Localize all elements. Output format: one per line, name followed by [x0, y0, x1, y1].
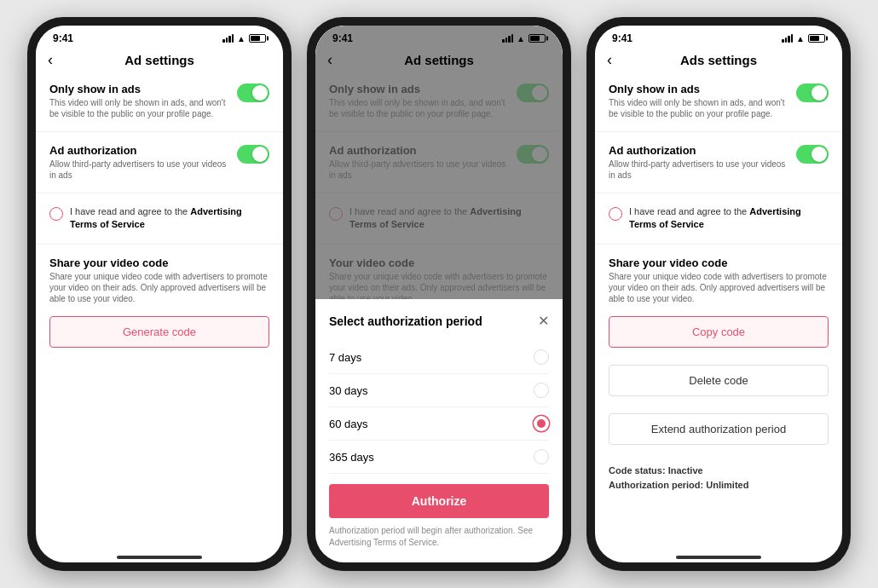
wifi-icon-1: ▲: [237, 34, 245, 43]
ad-auth-label-1: Ad authorization: [49, 144, 228, 157]
terms-checkbox-1[interactable]: [49, 207, 63, 221]
phone-1: 9:41 ▲ ‹ Ad settings: [27, 17, 292, 571]
status-icons-1: ▲: [222, 34, 266, 43]
share-code-title-3: Share your video code: [609, 257, 829, 269]
setting-only-show-1: Only show in ads This video will only be…: [49, 83, 269, 119]
radio-label-30days: 30 days: [329, 384, 368, 397]
setting-ad-auth-3: Ad authorization Allow third-party adver…: [609, 144, 829, 181]
setting-ad-auth-1: Ad authorization Allow third-party adver…: [49, 144, 269, 181]
radio-btn-7days[interactable]: [534, 349, 549, 365]
radio-btn-30days[interactable]: [534, 383, 549, 398]
signal-icon-3: [782, 34, 793, 43]
phone-1-screen: 9:41 ▲ ‹ Ad settings: [36, 26, 283, 562]
terms-checkbox-3[interactable]: [609, 207, 622, 221]
divider-3c: [595, 244, 842, 245]
extend-auth-button-3[interactable]: Extend authorization period: [609, 413, 829, 445]
terms-row-3: I have read and agree to the Advertising…: [609, 205, 829, 232]
only-show-toggle-3[interactable]: [796, 84, 829, 102]
phone-3: 9:41 ▲ ‹ Ads settings: [586, 17, 851, 571]
divider-1b: [36, 193, 283, 193]
wifi-icon-3: ▲: [796, 34, 805, 43]
battery-icon-3: [808, 34, 825, 43]
nav-title-3: Ads settings: [680, 53, 757, 67]
divider-1c: [36, 244, 283, 245]
radio-option-7days[interactable]: 7 days: [329, 341, 549, 374]
modal-close-button-2[interactable]: ✕: [538, 313, 549, 329]
share-code-section-3: Share your video code Share your unique …: [609, 257, 829, 304]
divider-3a: [595, 131, 842, 132]
divider-1a: [36, 131, 283, 132]
ad-auth-toggle-3[interactable]: [796, 145, 829, 164]
home-indicator-3: [676, 556, 761, 559]
terms-text-1: I have read and agree to the Advertising…: [70, 205, 269, 232]
terms-text-3: I have read and agree to the Advertising…: [629, 205, 829, 232]
code-status-value-3: Inactive: [668, 465, 703, 476]
radio-option-60days[interactable]: 60 days: [329, 407, 549, 441]
content-3: Only show in ads This video will only be…: [595, 74, 842, 551]
nav-header-3: ‹ Ads settings: [595, 48, 842, 74]
status-time-3: 9:41: [612, 32, 633, 44]
modal-note-2: Authorization period will begin after au…: [329, 525, 549, 549]
ad-auth-toggle-1[interactable]: [237, 145, 269, 164]
authorize-button-2[interactable]: Authorize: [329, 484, 549, 518]
only-show-label-3: Only show in ads: [609, 83, 788, 95]
generate-code-button-1[interactable]: Generate code: [49, 316, 269, 348]
radio-label-365days: 365 days: [329, 451, 374, 464]
modal-header-2: Select authorization period ✕: [329, 313, 549, 329]
auth-period-value-3: Unlimited: [706, 480, 748, 490]
status-time-1: 9:41: [53, 32, 73, 44]
status-bar-1: 9:41 ▲: [36, 26, 283, 48]
only-show-label-1: Only show in ads: [49, 83, 228, 95]
phone-2: 9:41 ▲ ‹ Ad settings: [307, 17, 571, 571]
back-button-1[interactable]: ‹: [48, 51, 53, 69]
phone-2-screen: 9:41 ▲ ‹ Ad settings: [315, 26, 563, 562]
radio-option-365days[interactable]: 365 days: [329, 441, 549, 474]
home-indicator-1: [117, 556, 202, 559]
terms-row-1: I have read and agree to the Advertising…: [49, 205, 269, 232]
only-show-toggle-1[interactable]: [237, 84, 269, 102]
share-code-title-1: Share your video code: [49, 257, 269, 269]
share-code-section-1: Share your video code Share your unique …: [49, 257, 269, 304]
phone-3-screen: 9:41 ▲ ‹ Ads settings: [595, 26, 842, 562]
status-icons-3: ▲: [782, 34, 825, 43]
auth-period-modal: Select authorization period ✕ 7 days 30 …: [315, 299, 563, 562]
signal-icon-1: [222, 34, 234, 43]
ad-auth-desc-1: Allow third-party advertisers to use you…: [49, 159, 228, 181]
radio-btn-365days[interactable]: [534, 449, 549, 464]
code-status-3: Code status: Inactive Authorization peri…: [609, 464, 829, 493]
radio-option-30days[interactable]: 30 days: [329, 374, 549, 407]
only-show-desc-3: This video will only be shown in ads, an…: [609, 97, 788, 119]
only-show-desc-1: This video will only be shown in ads, an…: [49, 97, 228, 119]
delete-code-button-3[interactable]: Delete code: [609, 365, 829, 396]
share-code-desc-3: Share your unique video code with advert…: [609, 271, 829, 304]
radio-label-7days: 7 days: [329, 351, 361, 364]
nav-title-1: Ad settings: [124, 53, 194, 67]
status-bar-3: 9:41 ▲: [595, 26, 842, 48]
radio-btn-60days[interactable]: [534, 416, 549, 431]
nav-header-1: ‹ Ad settings: [36, 48, 283, 74]
copy-code-button-3[interactable]: Copy code: [609, 316, 829, 348]
ad-auth-desc-3: Allow third-party advertisers to use you…: [609, 159, 788, 181]
content-1: Only show in ads This video will only be…: [36, 74, 283, 551]
back-button-3[interactable]: ‹: [607, 51, 612, 69]
battery-icon-1: [249, 34, 266, 43]
divider-3b: [595, 193, 842, 193]
modal-title-2: Select authorization period: [329, 314, 482, 328]
radio-label-60days: 60 days: [329, 418, 368, 430]
ad-auth-label-3: Ad authorization: [609, 144, 788, 157]
setting-only-show-3: Only show in ads This video will only be…: [609, 83, 829, 119]
share-code-desc-1: Share your unique video code with advert…: [49, 271, 269, 304]
